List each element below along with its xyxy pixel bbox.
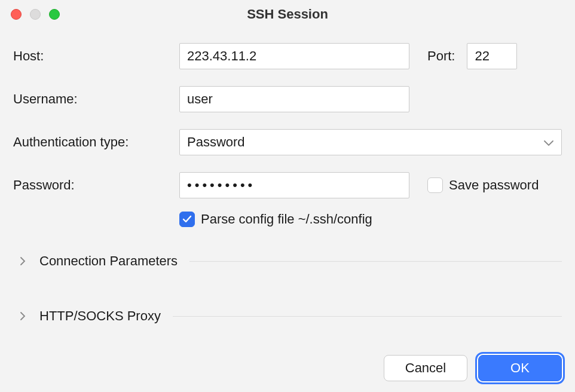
username-row: Username:	[13, 86, 562, 112]
cancel-button[interactable]: Cancel	[384, 355, 467, 381]
auth-type-select[interactable]: Password	[179, 129, 562, 155]
username-label: Username:	[13, 91, 179, 107]
divider	[189, 261, 562, 262]
dialog-content: Host: Port: Username: Authentication typ…	[0, 29, 575, 392]
chevron-right-icon	[13, 256, 32, 266]
password-row: Password: Save password	[13, 172, 562, 198]
connection-parameters-label: Connection Parameters	[39, 253, 178, 269]
auth-type-row: Authentication type: Password	[13, 129, 562, 155]
save-password-label: Save password	[449, 177, 539, 193]
titlebar: SSH Session	[0, 0, 575, 29]
proxy-expander[interactable]: HTTP/SOCKS Proxy	[13, 298, 562, 335]
password-label: Password:	[13, 177, 179, 193]
host-label: Host:	[13, 48, 179, 64]
minimize-window-button[interactable]	[30, 9, 41, 20]
proxy-label: HTTP/SOCKS Proxy	[39, 308, 161, 324]
username-input[interactable]	[179, 86, 409, 112]
parse-config-checkbox[interactable]	[179, 212, 195, 227]
divider	[173, 316, 562, 317]
save-password-checkbox[interactable]	[427, 177, 443, 193]
window-title: SSH Session	[0, 7, 575, 22]
password-input[interactable]	[179, 172, 409, 198]
ssh-session-dialog: SSH Session Host: Port: Username: Authen…	[0, 0, 575, 392]
connection-parameters-expander[interactable]: Connection Parameters	[13, 243, 562, 280]
maximize-window-button[interactable]	[49, 9, 60, 20]
auth-type-label: Authentication type:	[13, 134, 179, 150]
window-controls	[11, 9, 60, 20]
host-input[interactable]	[179, 43, 409, 69]
parse-config-option[interactable]: Parse config file ~/.ssh/config	[179, 212, 562, 227]
port-input[interactable]	[467, 43, 517, 69]
host-row: Host: Port:	[13, 43, 562, 69]
chevron-right-icon	[13, 311, 32, 321]
dialog-footer: Cancel OK	[13, 348, 562, 381]
port-label: Port:	[427, 48, 455, 64]
save-password-option[interactable]: Save password	[427, 177, 539, 193]
ok-button[interactable]: OK	[478, 355, 562, 381]
close-window-button[interactable]	[11, 9, 22, 20]
parse-config-label: Parse config file ~/.ssh/config	[201, 212, 372, 227]
auth-type-value: Password	[187, 134, 245, 150]
